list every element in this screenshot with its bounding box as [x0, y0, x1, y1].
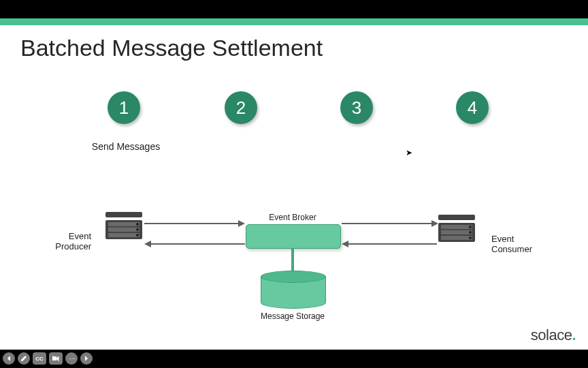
cc-button[interactable]: CC	[33, 352, 46, 365]
logo-text: solace	[531, 326, 572, 343]
step-2-num: 2	[236, 97, 246, 119]
prev-button[interactable]	[3, 352, 15, 365]
arrow-broker-to-producer	[151, 243, 245, 245]
pen-button[interactable]	[18, 352, 30, 365]
arrow-head-icon	[144, 241, 151, 247]
step-4-circle: 4	[456, 91, 489, 124]
presenter-toolbar: CC ⋯	[3, 352, 93, 365]
storage-cylinder-icon	[261, 271, 326, 307]
camera-off-icon	[52, 355, 59, 362]
logo-dot: .	[572, 326, 576, 343]
arrow-left-icon	[5, 355, 12, 362]
producer-label: Event Producer	[48, 231, 91, 251]
arrow-right-icon	[83, 355, 90, 362]
step-1-circle: 1	[108, 91, 140, 124]
arrow-producer-to-broker	[144, 223, 238, 224]
broker-label: Event Broker	[245, 213, 340, 222]
accent-bar	[0, 18, 588, 25]
cursor-icon: ➤	[406, 148, 412, 157]
step-1-num: 1	[119, 97, 129, 119]
slide: Batched Message Settlement 1 2 3 4 Send …	[0, 18, 588, 350]
more-button[interactable]: ⋯	[65, 352, 78, 365]
step-3-circle: 3	[340, 91, 373, 124]
step-2-circle: 2	[225, 91, 257, 124]
consumer-label: Event Consumer	[491, 234, 539, 254]
event-broker-box	[246, 224, 341, 249]
arrow-head-icon	[238, 220, 245, 227]
step-4-num: 4	[468, 97, 477, 119]
arrow-head-icon	[431, 220, 438, 227]
arrow-broker-to-consumer	[342, 223, 431, 224]
pen-icon	[20, 355, 27, 362]
step-1-label: Send Messages	[75, 141, 177, 152]
broker-stem	[291, 249, 294, 271]
server-icon	[438, 215, 475, 245]
server-icon	[105, 212, 142, 242]
letterbox-top	[0, 0, 588, 18]
slide-title: Batched Message Settlement	[20, 35, 323, 61]
arrow-consumer-to-broker	[348, 243, 437, 245]
next-button[interactable]	[80, 352, 93, 365]
arrow-head-icon	[342, 241, 348, 247]
storage-label: Message Storage	[245, 311, 340, 321]
step-3-num: 3	[352, 97, 361, 119]
solace-logo: solace.	[531, 326, 576, 344]
camera-button[interactable]	[49, 352, 63, 365]
